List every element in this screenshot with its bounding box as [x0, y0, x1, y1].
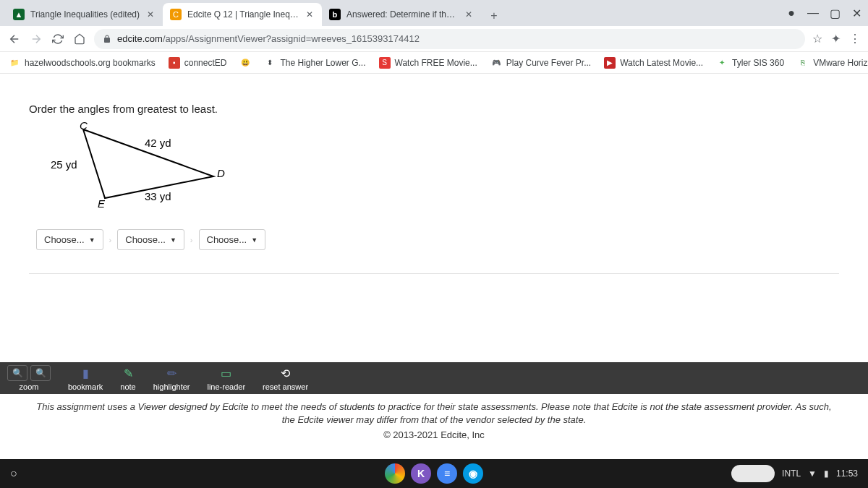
intl-label[interactable]: INTL — [782, 468, 801, 479]
footer: This assignment uses a Viewer designed b… — [0, 393, 868, 448]
bookmark-label: Play Curve Fever Pr... — [506, 58, 591, 68]
bookmark-item[interactable]: 📁hazelwoodschools.org bookmarks — [9, 57, 156, 69]
bookmark-favicon: 😃 — [239, 57, 251, 69]
bookmark-label: Watch Latest Movie... — [620, 58, 703, 68]
bookmarks-bar: 📁hazelwoodschools.org bookmarks ▪connect… — [0, 52, 868, 74]
tab-favicon: b — [329, 9, 341, 20]
highlighter-tool[interactable]: ✏ highlighter — [153, 365, 190, 391]
vertex-label-d: D — [217, 167, 225, 179]
side-label-cd: 42 yd — [145, 137, 171, 149]
zoom-out-button[interactable]: 🔍 — [7, 365, 27, 381]
vertex-label-e: E — [98, 197, 105, 210]
bookmark-favicon: ✦ — [716, 57, 728, 69]
status-pill[interactable] — [731, 465, 775, 482]
url-text: edcite.com/apps/AssignmentViewer?assigni… — [117, 33, 420, 44]
tool-label: reset answer — [263, 382, 308, 391]
status-dot-icon: ● — [786, 7, 797, 19]
browser-tab[interactable]: b Answered: Determine if the side ✕ — [322, 3, 481, 26]
tool-label: bookmark — [68, 382, 103, 391]
caret-icon: ▼ — [251, 236, 258, 244]
browser-tab[interactable]: ▲ Triangle Inequalities (edited) ✕ — [6, 3, 163, 26]
wifi-icon[interactable]: ▼ — [808, 468, 817, 479]
side-label-ed: 33 yd — [145, 190, 171, 202]
question-text: Order the angles from greatest to least. — [29, 103, 839, 115]
bookmark-favicon: ▶ — [604, 57, 616, 69]
bookmark-item[interactable]: ▶Watch Latest Movie... — [604, 57, 703, 69]
tab-title: Edcite Q 12 | Triangle Inequalitie — [187, 9, 299, 20]
choose-dropdown-2[interactable]: Choose...▼ — [117, 229, 184, 250]
bookmark-item[interactable]: ▪connectED — [169, 57, 227, 69]
lock-icon — [103, 35, 111, 43]
bookmark-favicon: S — [379, 57, 391, 69]
bookmark-favicon: ⬍ — [264, 57, 276, 69]
battery-icon[interactable]: ▮ — [824, 468, 829, 479]
browser-tab-strip: ▲ Triangle Inequalities (edited) ✕ C Edc… — [0, 0, 868, 26]
new-tab-button[interactable]: + — [484, 6, 504, 26]
home-icon[interactable] — [72, 32, 87, 46]
dropdown-label: Choose... — [125, 234, 166, 245]
extensions-icon[interactable]: ✦ — [831, 32, 841, 46]
tool-label: highlighter — [153, 382, 190, 391]
bookmark-label: The Higher Lower G... — [280, 58, 365, 68]
close-window-icon[interactable]: ✕ — [851, 7, 862, 19]
minimize-icon[interactable]: — — [807, 7, 819, 19]
bookmark-favicon: ⎘ — [797, 57, 809, 69]
choose-dropdown-3[interactable]: Choose...▼ — [199, 229, 266, 250]
note-tool[interactable]: ✎ note — [120, 365, 135, 391]
window-controls: ● — ▢ ✕ — [786, 0, 862, 26]
bookmark-item[interactable]: 🎮Play Curve Fever Pr... — [490, 57, 591, 69]
tab-title: Answered: Determine if the side — [346, 9, 458, 20]
zoom-group: 🔍 🔍 zoom — [7, 365, 51, 391]
address-bar-actions: ☆ ✦ ⋮ — [812, 32, 861, 46]
bookmark-item[interactable]: ⎘VMware Horizon — [797, 57, 868, 69]
tool-label: note — [120, 382, 135, 391]
os-taskbar: ○ K ≡ ◉ INTL ▼ ▮ 11:53 — [0, 459, 868, 488]
launcher-icon[interactable]: ○ — [10, 467, 17, 480]
bookmark-label: hazelwoodschools.org bookmarks — [25, 58, 156, 68]
zoom-in-button[interactable]: 🔍 — [30, 365, 51, 381]
choose-dropdown-1[interactable]: Choose...▼ — [36, 229, 103, 250]
menu-icon[interactable]: ⋮ — [849, 32, 861, 46]
highlighter-icon: ✏ — [167, 365, 176, 381]
close-icon[interactable]: ✕ — [464, 9, 474, 20]
app-icon-docs[interactable]: ≡ — [437, 463, 457, 484]
bookmark-item[interactable]: 😃 — [239, 57, 251, 69]
close-icon[interactable]: ✕ — [145, 9, 156, 20]
answer-dropdowns: Choose...▼ › Choose...▼ › Choose...▼ — [36, 229, 839, 250]
star-icon[interactable]: ☆ — [812, 32, 822, 46]
address-bar-row: edcite.com/apps/AssignmentViewer?assigni… — [0, 26, 868, 52]
reload-icon[interactable] — [51, 32, 65, 46]
bookmark-label: VMware Horizon — [813, 58, 868, 68]
copyright-text: © 2013-2021 Edcite, Inc — [29, 429, 839, 440]
bookmark-icon: ▮ — [82, 365, 89, 381]
maximize-icon[interactable]: ▢ — [829, 7, 841, 19]
bookmark-tool[interactable]: ▮ bookmark — [68, 365, 103, 391]
browser-tab[interactable]: C Edcite Q 12 | Triangle Inequalitie ✕ — [163, 3, 322, 26]
back-icon[interactable] — [7, 32, 22, 46]
bookmark-item[interactable]: SWatch FREE Movie... — [379, 57, 477, 69]
app-icon-camera[interactable]: ◉ — [463, 463, 483, 484]
tab-title: Triangle Inequalities (edited) — [30, 9, 140, 20]
bookmark-favicon: ▪ — [169, 57, 180, 69]
tool-label: line-reader — [207, 382, 245, 391]
bookmark-label: Watch FREE Movie... — [395, 58, 477, 68]
forward-icon[interactable] — [29, 32, 43, 46]
bookmark-item[interactable]: ⬍The Higher Lower G... — [264, 57, 365, 69]
tab-favicon: ▲ — [13, 9, 25, 20]
triangle-figure: C D E 25 yd 42 yd 33 yd — [51, 122, 253, 216]
separator: › — [190, 236, 193, 244]
caret-icon: ▼ — [89, 236, 95, 244]
edcite-toolbar: 🔍 🔍 zoom ▮ bookmark ✎ note ✏ highlighter… — [0, 362, 868, 394]
line-reader-tool[interactable]: ▭ line-reader — [207, 365, 245, 391]
disclaimer-text: This assignment uses a Viewer designed b… — [29, 401, 839, 427]
line-reader-icon: ▭ — [221, 365, 231, 381]
bookmark-item[interactable]: ✦Tyler SIS 360 — [716, 57, 784, 69]
app-icon-k[interactable]: K — [411, 463, 431, 484]
reset-tool[interactable]: ⟲ reset answer — [263, 365, 308, 391]
dropdown-label: Choose... — [44, 234, 85, 245]
chrome-icon[interactable] — [385, 463, 405, 484]
url-bar[interactable]: edcite.com/apps/AssignmentViewer?assigni… — [94, 29, 805, 49]
close-icon[interactable]: ✕ — [305, 9, 315, 20]
side-label-ce: 25 yd — [51, 158, 77, 171]
clock[interactable]: 11:53 — [836, 468, 858, 479]
